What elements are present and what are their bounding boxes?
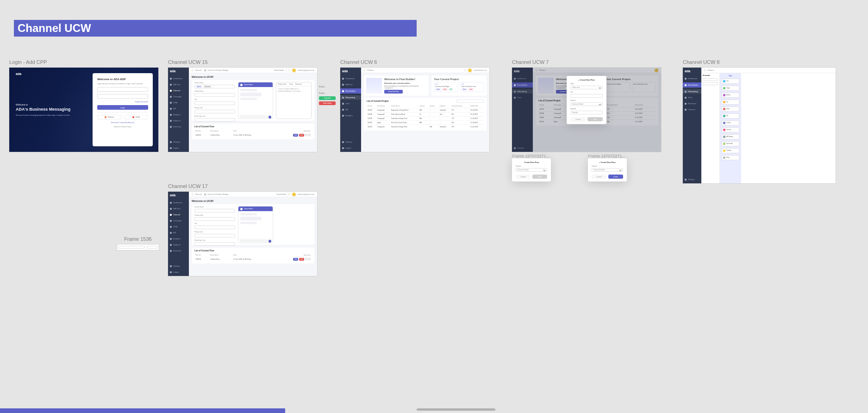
breadcrumb: ◻ChannelUniversal Chatbot Widget <box>192 69 228 71</box>
chev-icon <box>203 69 206 72</box>
main: ◻ChannelUniversal Chatbot Widget Need He… <box>189 68 317 152</box>
title-input[interactable] <box>570 94 603 98</box>
send-icon[interactable] <box>269 240 271 243</box>
create-button[interactable]: Create <box>608 175 623 179</box>
logo: ada <box>170 69 187 73</box>
node-condition[interactable]: Condition <box>722 148 739 153</box>
node-api[interactable]: API Request <box>722 134 739 139</box>
create-link[interactable]: New here? Create New Account <box>97 122 148 124</box>
config-panel: Channel State ActiveSub Item Chatbot Sta… <box>194 82 235 119</box>
artboard-ucw15[interactable]: Channel UCW 15 ada Dashboard WA Chat Cha… <box>168 59 317 152</box>
section-header: Channel UCW <box>14 20 417 37</box>
code-text[interactable]: <script src="https://widget.ada...\n win… <box>276 87 311 119</box>
modal-variant-a: Create New Flow ChannelUniversal Chatbot… <box>512 158 551 181</box>
create-flow-modal: + Create New Flow ClientSelect client Ti… <box>567 76 606 124</box>
login-card: Welcome to ADA BSP Login with your exist… <box>93 73 153 146</box>
send-icon[interactable] <box>269 116 271 119</box>
password-field[interactable] <box>97 94 148 99</box>
node-buttons[interactable]: Buttons <box>722 93 739 98</box>
provider-gmail[interactable]: Gmail <box>124 115 148 119</box>
ucw6-screen: ada Dashboard WA Chat Flow Builder Onboa… <box>340 68 489 152</box>
widget-preview: Client Name <box>238 82 273 119</box>
frame1536-body <box>117 244 159 250</box>
node-setvar[interactable]: Set Variable <box>722 141 739 146</box>
copy-code-pill[interactable]: Copy code <box>319 96 336 100</box>
table-row[interactable]: 502291Company ARegistration to Design Pr… <box>367 108 484 113</box>
partner-link[interactable]: Business Partner Policy <box>97 126 148 128</box>
node-text[interactable]: Text <box>722 79 739 84</box>
login-screen: ada Welcome to ADA's Business Messaging … <box>9 68 158 152</box>
artboard-title: Channel UCW 6 <box>340 59 489 65</box>
artboard-ucw17[interactable]: Channel UCW 17 ada Dashboard WA Chat Cha… <box>168 183 317 276</box>
table-row[interactable]: 502291Company BSubscribe to Design Prom-… <box>367 125 484 129</box>
forgot-link[interactable]: Forgot Password? <box>135 101 148 103</box>
create-flow-button[interactable]: Create New Flow <box>384 90 403 94</box>
table-row[interactable]: 104328 Chatbot Flow 11 Jan 2023, 3:28:18… <box>194 257 312 262</box>
email-field[interactable] <box>97 87 148 92</box>
cancel-button[interactable]: Cancel <box>592 175 606 179</box>
selection-bar <box>0 408 285 413</box>
artboard-ucw8[interactable]: Channel UCW 8 ada Dashboard Flow Builder… <box>683 59 836 183</box>
delete-widget-pill[interactable]: Delete widget <box>319 101 336 105</box>
artboard-ucw6[interactable]: Channel UCW 6 ada Dashboard WA Chat Flow… <box>340 59 489 152</box>
sidebar: ada Dashboard WA Chat Channel Campaign C… <box>168 192 189 276</box>
node-list[interactable]: List <box>722 100 739 105</box>
page-title: Welcome to UCW! <box>192 200 314 202</box>
node-video[interactable]: Video <box>722 106 739 112</box>
project-table: Flow IDClient NameProject NameChannelNum… <box>367 104 484 129</box>
table-row[interactable]: 502290Company ADemo Sprint to AhmadIG-In… <box>367 113 484 117</box>
node-carousel[interactable]: Carousel <box>722 127 739 132</box>
artboard-title: Channel UCW 8 <box>683 59 836 65</box>
table-row[interactable]: 502291StylistPrice Set to Check PricesWA… <box>367 121 484 125</box>
login-button[interactable]: Login <box>97 105 148 110</box>
nav-flow-builder[interactable]: Flow Builder <box>340 88 361 94</box>
frame-label: Frame 197072271... <box>512 154 585 158</box>
userbox[interactable]: Need Help?|⬡madeasy@mail.com <box>275 69 314 72</box>
artboard-login[interactable]: Login - Add CPP ada Welcome to ADA's Bus… <box>9 59 158 152</box>
artboard-title: Channel UCW 15 <box>168 59 317 65</box>
segment <box>147 246 158 249</box>
page-title: Welcome to UCW! <box>192 75 213 78</box>
sidebar: ada Dashboard WA Chat Flow Builder Onboa… <box>340 68 361 152</box>
provider-postman[interactable]: Postman <box>97 115 121 119</box>
artboard-title: Frame 1536 <box>117 236 159 242</box>
node-file[interactable]: File <box>722 113 739 119</box>
table-row[interactable]: 573294Company ASubscribe to Design PromW… <box>367 117 484 121</box>
cancel-button[interactable]: Cancel <box>570 117 586 121</box>
nav-flow-builder[interactable]: Flow Builder <box>683 82 701 88</box>
cancel-button[interactable]: Cancel <box>516 175 531 179</box>
flow-list: List of Current Flow Flow IDFlow NameDat… <box>192 124 314 139</box>
keyword-input[interactable]: Example... <box>570 111 603 114</box>
table-row[interactable]: 104328 Chatbot Flow 11 Jan 2023, 3:28:18… <box>194 133 312 138</box>
artboard-ucw7[interactable]: Channel UCW 7 ada Dashboard Flow Builder… <box>512 59 661 181</box>
select-client[interactable]: Select client <box>570 86 603 89</box>
segment <box>118 246 145 249</box>
hero-text: Welcome to ADA's Business Messaging <box>16 103 86 112</box>
artboard-title: Channel UCW 17 <box>168 183 317 189</box>
current-project-card: Your Current Project Universal Chat Widg… <box>431 75 487 96</box>
ucw15-screen: ada Dashboard WA Chat Channel Campaign C… <box>168 68 317 152</box>
flow-canvas[interactable] <box>741 73 836 183</box>
horizontal-scrollbar[interactable] <box>417 408 495 411</box>
sidebar: ada Dashboard WA Chat Channel Campaign C… <box>168 68 189 152</box>
artboard-frame1536[interactable]: Frame 1536 <box>117 236 159 250</box>
node-image[interactable]: Image <box>722 86 739 91</box>
artboard-title: Channel UCW 7 <box>512 59 661 65</box>
canvas[interactable]: Login - Add CPP ada Welcome to ADA's Bus… <box>0 51 868 413</box>
channel-select[interactable]: Universal Chatbot <box>570 102 603 106</box>
annot-label: Fram... <box>319 85 326 88</box>
node-location[interactable]: Location <box>722 120 739 125</box>
search-input[interactable] <box>456 100 484 103</box>
userbox[interactable]: Need Help?⬡madeasy@mail.com <box>277 193 314 196</box>
save-button[interactable]: Save <box>587 117 603 121</box>
code-pane: Embed CodeScriptReference <script src="h… <box>276 82 312 119</box>
ucw7-screen: ada Dashboard Flow Builder Onboarding To… <box>512 68 661 152</box>
hero-sub: Start your business messaging experience… <box>16 114 81 116</box>
nav-channel[interactable]: Channel <box>170 88 187 93</box>
logo: ada <box>16 72 21 75</box>
card-title: Welcome to ADA BSP <box>97 78 148 81</box>
node-delay[interactable]: Delay <box>722 155 739 160</box>
welcome-card: Welcome to Flow Builder! Automate your c… <box>364 75 429 96</box>
oauth-row: Postman Gmail <box>97 115 148 119</box>
save-button[interactable]: Save <box>532 175 547 179</box>
